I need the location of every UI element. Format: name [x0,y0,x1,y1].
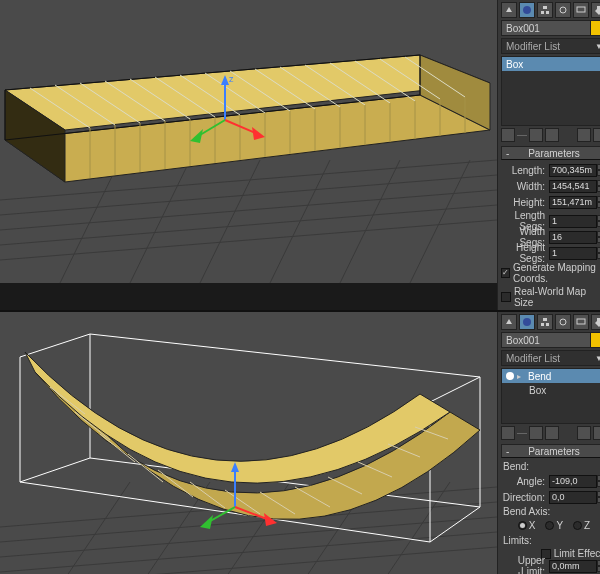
object-name-field[interactable]: Box001 [501,20,600,36]
motion-tab[interactable] [555,314,571,330]
svg-line-70 [20,458,90,482]
svg-marker-90 [200,515,213,529]
modifier-list-dropdown[interactable]: Modifier List ▼ [501,38,600,54]
modifier-list-dropdown[interactable]: Modifier List ▼ [501,350,600,366]
realworld-map-checkbox[interactable]: Real-World Map Size [501,286,600,308]
stack-item-bend[interactable]: ▸ Bend [502,369,600,383]
modify-tab[interactable] [519,314,535,330]
display-tab[interactable] [573,2,589,18]
viewport-bottom[interactable] [0,312,497,574]
expand-icon[interactable]: ▸ [517,372,525,381]
bulb-icon [506,372,514,380]
svg-rect-59 [577,7,585,12]
stack-item-box[interactable]: Box [502,57,600,71]
remove-modifier-button[interactable] [577,426,591,440]
svg-line-6 [130,160,190,283]
pin-stack-button[interactable] [501,426,515,440]
utilities-tab[interactable] [591,314,600,330]
make-unique-button[interactable] [545,426,559,440]
command-panel-top: Box001 Modifier List ▼ Box Parameters Le… [497,0,600,310]
configure-sets-button[interactable] [593,426,600,440]
hierarchy-tab[interactable] [537,314,553,330]
upper-limit-input[interactable]: 0,0mm [549,560,597,573]
svg-line-3 [0,205,497,245]
object-name-field[interactable]: Box001 [501,332,600,348]
svg-point-91 [523,318,531,326]
pin-stack-button[interactable] [501,128,515,142]
height-segs-input[interactable]: 1 [549,247,597,260]
chevron-down-icon: ▼ [592,42,600,51]
stack-item-box[interactable]: Box [502,383,600,397]
length-segs-input[interactable]: 1 [549,215,597,228]
svg-line-65 [50,482,130,574]
svg-line-9 [340,160,400,283]
svg-point-95 [560,319,566,325]
object-name-value: Box001 [502,23,590,34]
svg-line-63 [0,532,497,572]
create-tab[interactable] [501,2,517,18]
create-tab[interactable] [501,314,517,330]
height-input[interactable]: 151,471m [549,196,597,209]
svg-line-71 [430,507,480,542]
parameters-rollout-header[interactable]: Parameters [501,146,600,160]
direction-input[interactable]: 0,0 [549,491,597,504]
utilities-tab[interactable] [591,2,600,18]
svg-rect-55 [543,6,547,9]
viewport-top[interactable]: z [0,0,497,283]
bend-axis-group-label: Bend Axis: [503,506,600,517]
width-segs-input[interactable]: 16 [549,231,597,244]
parameters-rollout-header[interactable]: Parameters [501,444,600,458]
make-unique-button[interactable] [545,128,559,142]
svg-point-58 [560,7,566,13]
modifier-stack-bottom[interactable]: ▸ Bend Box [501,368,600,424]
display-tab[interactable] [573,314,589,330]
svg-rect-92 [543,318,547,321]
remove-modifier-button[interactable] [577,128,591,142]
svg-line-10 [410,160,470,283]
configure-sets-button[interactable] [593,128,600,142]
generate-mapping-checkbox[interactable]: ✓Generate Mapping Coords. [501,262,600,284]
modifier-stack-top[interactable]: Box [501,56,600,126]
limits-group-label: Limits: [503,535,600,546]
svg-rect-94 [546,323,549,326]
svg-line-2 [0,190,497,230]
axis-y-radio[interactable]: Y [545,520,563,531]
svg-text:z: z [229,74,234,84]
hierarchy-tab[interactable] [537,2,553,18]
object-color-swatch[interactable] [590,333,600,347]
command-panel-bottom: Box001 Modifier List ▼ ▸ Bend Box [497,312,600,574]
motion-tab[interactable] [555,2,571,18]
svg-rect-93 [541,323,544,326]
svg-rect-56 [541,11,544,14]
axis-x-radio[interactable]: X [518,520,536,531]
angle-input[interactable]: -109,0 [549,475,597,488]
show-end-result-button[interactable] [529,426,543,440]
width-input[interactable]: 1454,541 [549,180,597,193]
modify-tab[interactable] [519,2,535,18]
svg-line-8 [270,160,330,283]
object-color-swatch[interactable] [590,21,600,35]
bend-group-label: Bend: [503,461,600,472]
svg-rect-96 [577,319,585,324]
chevron-down-icon: ▼ [592,354,600,363]
svg-line-7 [200,160,260,283]
svg-line-72 [50,387,85,414]
show-end-result-button[interactable] [529,128,543,142]
length-input[interactable]: 700,345m [549,164,597,177]
svg-rect-57 [546,11,549,14]
axis-z-radio[interactable]: Z [573,520,590,531]
